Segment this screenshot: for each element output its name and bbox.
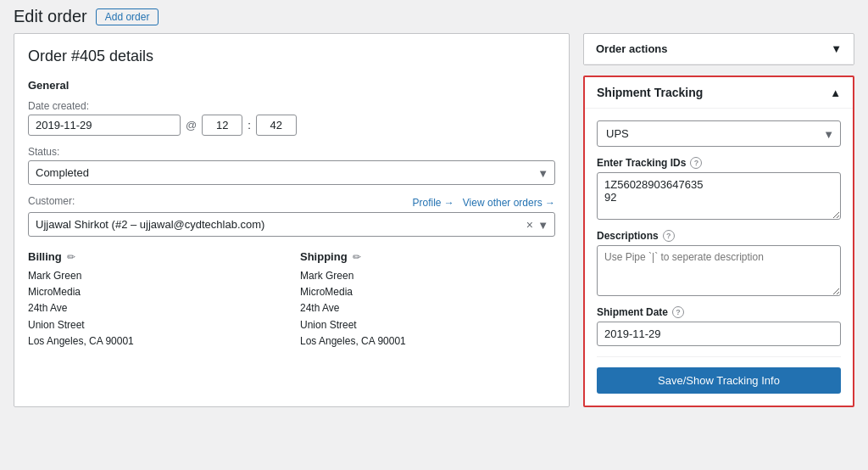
- main-content: Order #405 details General Date created:…: [0, 33, 868, 421]
- shipment-date-label: Shipment Date ?: [597, 306, 841, 318]
- descriptions-label: Descriptions ?: [597, 230, 841, 242]
- shipment-date-help-icon[interactable]: ?: [672, 306, 684, 318]
- billing-line-4: Union Street: [28, 317, 283, 333]
- customer-input-wrapper: × ▼: [28, 212, 555, 237]
- billing-heading-row: Billing ✏: [28, 250, 283, 263]
- billing-line-3: 24th Ave: [28, 300, 283, 316]
- left-panel: Order #405 details General Date created:…: [14, 33, 570, 407]
- billing-line-2: MicroMedia: [28, 284, 283, 300]
- shipment-tracking-header[interactable]: Shipment Tracking ▲: [585, 77, 853, 109]
- hour-input[interactable]: [202, 115, 242, 136]
- shipping-line-5: Los Angeles, CA 90001: [300, 333, 555, 350]
- status-label: Status:: [28, 146, 555, 158]
- billing-heading: Billing: [28, 250, 62, 263]
- order-details-title: Order #405 details: [28, 48, 555, 65]
- order-actions-box: Order actions ▼: [583, 33, 854, 65]
- shipping-line-4: Union Street: [300, 317, 555, 333]
- page-wrapper: Edit order Add order Order #405 details …: [0, 0, 868, 421]
- carrier-select-wrapper: UPS FedEx USPS DHL ▼: [597, 120, 841, 147]
- shipment-tracking-chevron: ▲: [830, 87, 841, 99]
- customer-section: Customer: Profile → View other orders → …: [28, 195, 555, 237]
- date-row: @ :: [28, 115, 555, 136]
- status-section: Status: Completed ▼: [28, 146, 555, 185]
- shipping-edit-icon[interactable]: ✏: [353, 251, 361, 263]
- save-tracking-button[interactable]: Save/Show Tracking Info: [597, 367, 841, 394]
- shipping-col: Shipping ✏ Mark Green MicroMedia 24th Av…: [300, 250, 555, 350]
- billing-col: Billing ✏ Mark Green MicroMedia 24th Ave…: [28, 250, 283, 350]
- descriptions-input[interactable]: [597, 245, 841, 296]
- status-select-wrapper: Completed ▼: [28, 160, 555, 185]
- date-input[interactable]: [28, 115, 181, 136]
- customer-clear-icon[interactable]: ×: [526, 218, 533, 232]
- billing-edit-icon[interactable]: ✏: [67, 251, 75, 263]
- tracking-ids-help-icon[interactable]: ?: [690, 157, 702, 169]
- profile-link[interactable]: Profile →: [412, 197, 453, 209]
- descriptions-help-icon[interactable]: ?: [663, 230, 675, 242]
- customer-label-row: Customer: Profile → View other orders →: [28, 195, 555, 210]
- customer-input[interactable]: [28, 212, 555, 237]
- shipping-address: Mark Green MicroMedia 24th Ave Union Str…: [300, 268, 555, 350]
- customer-label: Customer:: [28, 195, 75, 207]
- shipment-tracking-label: Shipment Tracking: [597, 86, 703, 99]
- billing-shipping-row: Billing ✏ Mark Green MicroMedia 24th Ave…: [28, 250, 555, 350]
- colon-separator: :: [248, 119, 251, 131]
- general-heading: General: [28, 79, 555, 92]
- order-actions-chevron: ▼: [831, 42, 842, 55]
- tracking-ids-input[interactable]: 1Z56028903647635 92: [597, 172, 841, 220]
- view-orders-link[interactable]: View other orders →: [463, 197, 555, 209]
- status-select[interactable]: Completed: [28, 160, 555, 185]
- page-title: Edit order: [14, 7, 87, 26]
- page-header: Edit order Add order: [0, 0, 868, 33]
- shipping-line-3: 24th Ave: [300, 300, 555, 316]
- date-label: Date created:: [28, 100, 555, 112]
- tracking-ids-label: Enter Tracking IDs ?: [597, 157, 841, 169]
- customer-links: Profile → View other orders →: [412, 197, 555, 209]
- shipment-tracking-box: Shipment Tracking ▲ UPS FedEx USPS DHL ▼: [583, 76, 854, 407]
- shipping-heading: Shipping: [300, 250, 348, 263]
- tracking-ids-group: Enter Tracking IDs ? 1Z56028903647635 92: [597, 157, 841, 220]
- at-sign: @: [186, 119, 197, 131]
- shipment-tracking-body: UPS FedEx USPS DHL ▼ Enter Tracking IDs …: [585, 109, 853, 406]
- shipping-heading-row: Shipping ✏: [300, 250, 555, 263]
- descriptions-group: Descriptions ?: [597, 230, 841, 296]
- tracking-divider: [597, 356, 841, 357]
- billing-line-5: Los Angeles, CA 90001: [28, 333, 283, 350]
- shipping-line-1: Mark Green: [300, 268, 555, 284]
- add-order-button[interactable]: Add order: [96, 8, 159, 25]
- shipping-line-2: MicroMedia: [300, 284, 555, 300]
- carrier-select[interactable]: UPS FedEx USPS DHL: [597, 120, 841, 147]
- minute-input[interactable]: [256, 115, 297, 136]
- shipment-date-group: Shipment Date ?: [597, 306, 841, 346]
- shipment-date-input[interactable]: [597, 322, 841, 346]
- right-panel: Order actions ▼ Shipment Tracking ▲ UPS …: [583, 33, 854, 407]
- billing-line-1: Mark Green: [28, 268, 283, 284]
- order-actions-label: Order actions: [596, 42, 668, 55]
- billing-address: Mark Green MicroMedia 24th Ave Union Str…: [28, 268, 283, 350]
- order-actions-header[interactable]: Order actions ▼: [584, 34, 854, 64]
